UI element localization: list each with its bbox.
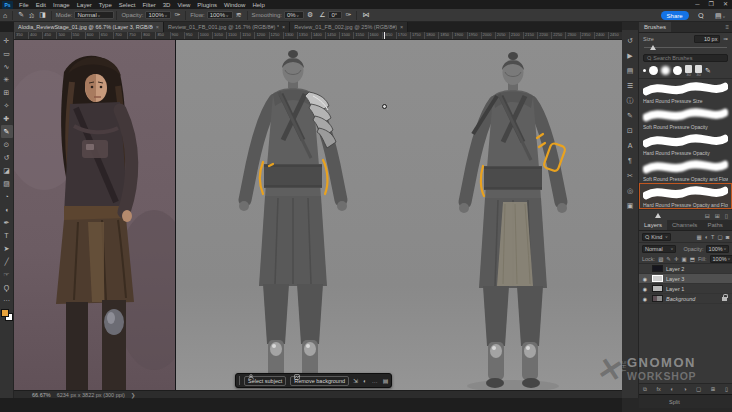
notes-panel-icon[interactable]: ▣ [623,198,637,213]
tab-channels[interactable]: Channels [667,220,702,230]
document-tab-1[interactable]: Alodia_ReviewStage_01.jpg @ 66.7% (Layer… [14,22,164,32]
paragraph-panel-icon[interactable]: ¶ [623,153,637,168]
layer-visibility-toggle[interactable]: ◉ [641,286,649,292]
menu-select[interactable]: Select [119,2,136,8]
minimize-button[interactable]: ─ [695,0,699,9]
brush-size-preview[interactable]: • 10 [29,12,34,18]
blend-mode-select[interactable]: Normal˅ [74,11,114,19]
opacity-select[interactable]: 100%˅ [145,11,171,19]
new-layer-icon[interactable]: ⊞ [711,386,716,392]
brush-preview-toggle-icon[interactable]: ✑ [723,36,728,42]
horizontal-ruler[interactable]: 3504004505005506006507007508008509009501… [14,32,622,40]
filter-pixel-layers-icon[interactable]: ▦ [697,234,702,240]
path-selection-tool[interactable]: ➤ [1,242,13,255]
zoom-tool[interactable]: Ϙ [1,281,13,294]
tab-brushes[interactable]: Brushes [639,22,671,32]
layer-visibility-toggle[interactable]: ◉ [641,276,649,282]
menu-file[interactable]: File [19,2,29,8]
smoothing-options-gear-icon[interactable]: ⚙ [307,11,313,19]
spot-healing-tool[interactable]: ✚ [1,112,13,125]
tab-split[interactable]: Split [669,399,680,405]
paint-symmetry-icon[interactable]: ⋈ [362,11,369,19]
lock-artboard-icon[interactable]: ▣ [682,256,687,262]
toggle-brush-panel-icon[interactable]: ◨ [39,11,46,19]
eraser-tool[interactable]: ◪ [1,164,13,177]
lasso-tool[interactable]: ∿ [1,60,13,73]
smoothing-select[interactable]: 0%˅ [284,11,304,19]
brush-preset-hard-round-2[interactable] [673,66,682,75]
quick-selection-tool[interactable]: ✳ [1,73,13,86]
edit-toolbar-icon[interactable]: ⋯ [1,294,13,307]
menu-image[interactable]: Image [53,2,70,8]
layer-blend-mode-select[interactable]: Normal ˅ [642,245,676,253]
info-panel-icon[interactable]: ⓘ [623,93,637,108]
filter-shape-layers-icon[interactable]: ▢ [717,234,722,240]
layer-visibility-toggle[interactable]: ◉ [641,296,649,302]
brush-preset-hard-small[interactable] [643,69,646,72]
layer-mask-icon[interactable]: ◐ [670,386,673,392]
brush-preset-flat-30[interactable]: 30 [695,65,702,77]
menu-filter[interactable]: Filter [142,2,155,8]
brush-item-5[interactable]: Hard Round Pressure Opacity and Flow [639,183,732,209]
document-tab-2[interactable]: Review_01_FB_001.jpg @ 16.7% (RGB/8#) *× [164,22,290,32]
menu-layer[interactable]: Layer [77,2,92,8]
menu-plugins[interactable]: Plugins [197,2,217,8]
line-tool[interactable]: ╱ [1,255,13,268]
properties-panel-icon[interactable]: ☰ [623,78,637,93]
brush-search-input[interactable]: Ϙ Search Brushes [643,54,728,62]
brush-preset-chalk-30[interactable]: 30 [685,65,692,77]
gradient-tool[interactable]: ▨ [1,177,13,190]
slider-thumb[interactable] [650,45,656,50]
tab-layers[interactable]: Layers [639,220,667,230]
marquee-tool[interactable]: ▭ [1,47,13,60]
adjustment-layer-icon[interactable]: ◑ [683,386,686,392]
layer-group-icon[interactable]: ▢ [696,386,701,392]
menu-edit[interactable]: Edit [36,2,46,8]
brush-size-slider[interactable] [644,45,727,53]
brush-size-field[interactable]: 10 px [694,35,720,43]
brush-folder-icon[interactable]: ⊟ [705,212,710,219]
layer-opacity-select[interactable]: 100%˅ [706,245,729,253]
dock-taskbar-icon[interactable]: ▤ [383,377,389,384]
menu-help[interactable]: Help [252,2,264,8]
history-panel-icon[interactable]: ↺ [623,33,637,48]
crop-tool[interactable]: ⊞ [1,86,13,99]
menu-type[interactable]: Type [99,2,112,8]
actions-panel-icon[interactable]: ▶ [623,48,637,63]
flow-select[interactable]: 100%˅ [207,11,233,19]
move-tool[interactable]: ✛ [1,34,13,47]
document-tab-3[interactable]: Review_01_FB_002.jpg @ 25% (RGB/8#)× [290,22,408,32]
brush-preset-pencil[interactable]: ✎ [705,67,711,75]
brush-item-1[interactable]: Hard Round Pressure Size [639,79,732,105]
tab-paths[interactable]: Paths [702,220,727,230]
lock-paint-icon[interactable]: ✎ [666,256,671,262]
transform-icon[interactable]: ⇲ [353,377,358,384]
filter-adjustment-layers-icon[interactable]: ◐ [705,234,708,240]
remove-background-button[interactable]: Remove background [290,376,349,386]
taskbar-drag-handle[interactable] [239,376,240,385]
brush-preset-hard-round[interactable] [649,66,658,75]
filter-type-layers-icon[interactable]: T [711,234,714,240]
layer-effects-icon[interactable]: fx [656,386,660,392]
tab-close-icon[interactable]: × [282,24,285,30]
clone-stamp-tool[interactable]: ⊙ [1,138,13,151]
preset-size-slider[interactable] [655,213,661,218]
character-panel-icon[interactable]: A [623,138,637,153]
workspace-switcher-icon[interactable]: ▤˅ [715,12,725,20]
zoom-level-field[interactable]: 66.67% [32,392,51,398]
airbrush-icon[interactable]: ≋ [236,11,242,19]
libraries-panel-icon[interactable]: ▤ [623,63,637,78]
link-layers-icon[interactable]: ⧉ [643,386,647,393]
pressure-size-icon[interactable]: ✑ [345,11,351,19]
pressure-opacity-icon[interactable]: ✑ [174,11,180,19]
hand-tool[interactable]: ☞ [1,268,13,281]
close-button[interactable]: ✕ [723,0,728,9]
adjustments-icon[interactable]: ◐ [363,378,367,384]
brush-tool[interactable]: ✎ [1,125,13,138]
brushes-panel-menu-icon[interactable]: ≡ [725,24,729,30]
share-button[interactable]: Share [661,11,689,20]
new-brush-icon[interactable]: ⊞ [715,212,720,219]
dodge-tool[interactable]: ◖ [1,203,13,216]
eyedropper-tool[interactable]: ✧ [1,99,13,112]
menu-view[interactable]: View [177,2,190,8]
